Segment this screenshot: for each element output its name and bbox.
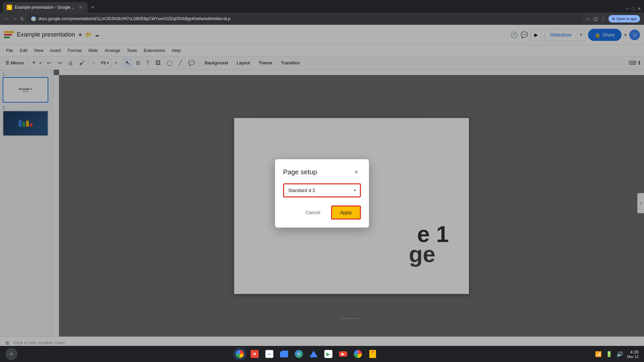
modal-title: Page setup (283, 168, 317, 176)
apply-button[interactable]: Apply (331, 205, 361, 220)
url-text: docs.google.com/presentation/d/1LzrClDSN… (39, 16, 579, 21)
page-size-select[interactable]: Standard 4:3 Widescreen 16:9 Widescreen … (284, 184, 360, 196)
taskbar-chrome-icon[interactable] (233, 347, 247, 361)
network-icon[interactable]: 📶 (595, 351, 602, 357)
taskbar-youtube-icon[interactable]: ▶ (336, 347, 350, 361)
browser-controls-right: ─ □ ✕ (626, 6, 641, 11)
tab-title: Example presentation - Google ... (15, 5, 75, 10)
battery-icon[interactable]: 🔋 (606, 351, 612, 357)
open-in-app-btn[interactable]: ⊕ Open in app (608, 15, 640, 22)
volume-icon[interactable]: 🔊 (616, 351, 623, 357)
taskbar-play-icon[interactable]: ▶ (322, 347, 335, 361)
taskbar-left: ○ (5, 348, 17, 360)
refresh-button[interactable]: ↻ (20, 16, 24, 22)
maximize-icon[interactable]: □ (632, 6, 635, 11)
new-tab-button[interactable]: + (89, 3, 97, 11)
page-setup-modal: Page setup × Standard 4:3 Widescreen 16:… (275, 159, 369, 228)
date-display: Mar 12 (627, 355, 639, 359)
taskbar-keep-icon[interactable]: 📌 (366, 347, 379, 361)
taskbar-center: M 31 M ▶ ▶ 📌 (233, 347, 379, 361)
modal-header: Page setup × (283, 167, 361, 177)
taskbar-files-icon[interactable] (277, 347, 291, 361)
forward-button[interactable]: → (12, 16, 17, 22)
tab-bar: G Example presentation - Google ... × + (3, 2, 97, 13)
modal-body: Standard 4:3 Widescreen 16:9 Widescreen … (283, 183, 361, 197)
minimize-icon[interactable]: ─ (626, 6, 629, 11)
taskbar-right: 📶 🔋 🔊 4:35 Mar 12 (595, 350, 639, 359)
url-bar[interactable]: 🔒 docs.google.com/presentation/d/1LzrClD… (27, 14, 583, 23)
menu-icon[interactable]: ⋮ (600, 16, 606, 22)
browser-chrome: G Example presentation - Google ... × + … (0, 0, 644, 13)
active-tab[interactable]: G Example presentation - Google ... × (3, 2, 88, 13)
page-size-select-wrapper: Standard 4:3 Widescreen 16:9 Widescreen … (283, 183, 361, 197)
close-window-icon[interactable]: ✕ (637, 6, 641, 11)
taskbar-calendar-icon[interactable]: 31 (263, 347, 276, 361)
back-button[interactable]: ← (4, 16, 9, 22)
star-icon[interactable]: ☆ (586, 16, 591, 22)
tab-favicon: G (7, 5, 12, 10)
taskbar-drive-icon[interactable] (307, 347, 320, 361)
taskbar: ○ M 31 M ▶ ▶ 📌 📶 (0, 346, 644, 362)
cancel-button[interactable]: Cancel (298, 205, 328, 220)
taskbar-maps-icon[interactable]: M (292, 347, 306, 361)
taskbar-gmail-icon[interactable]: M (248, 347, 261, 361)
open-in-app-label: Open in app (616, 17, 637, 21)
time-display: 4:35 (627, 350, 639, 355)
app-icon: ⊕ (612, 16, 615, 21)
modal-footer: Cancel Apply (283, 205, 361, 220)
modal-close-button[interactable]: × (352, 167, 361, 177)
modal-overlay: Page setup × Standard 4:3 Widescreen 16:… (0, 25, 644, 362)
taskbar-photos-icon[interactable] (351, 347, 365, 361)
launcher-button[interactable]: ○ (5, 348, 17, 360)
system-tray-clock[interactable]: 4:35 Mar 12 (627, 350, 639, 359)
tab-close-icon[interactable]: × (77, 4, 84, 10)
address-bar: ← → ↻ 🔒 docs.google.com/presentation/d/1… (0, 13, 644, 25)
url-lock-icon: 🔒 (31, 16, 36, 21)
extensions-icon[interactable]: ⊡ (593, 16, 598, 22)
